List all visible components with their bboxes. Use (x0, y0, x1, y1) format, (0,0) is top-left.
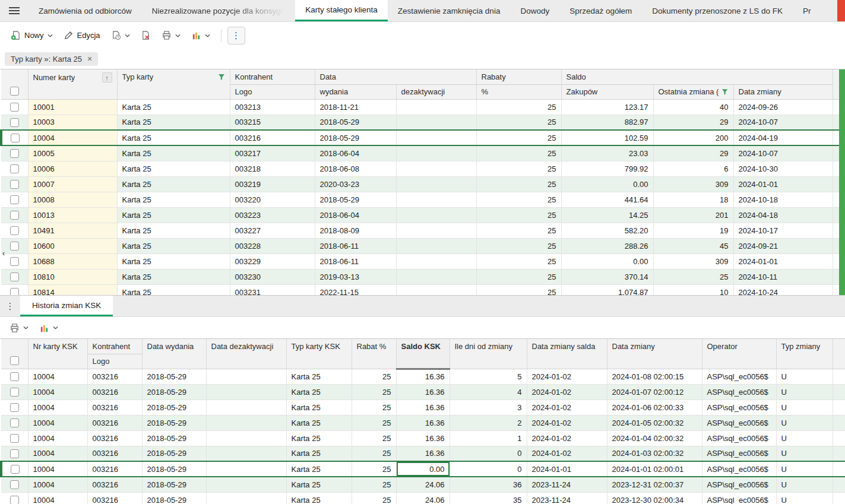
cell-ostatnia-zmiana-dni[interactable]: 309 (653, 176, 733, 192)
cell-data-zmiany[interactable]: 2024-10-07 (733, 145, 833, 161)
cell-typ-zmiany[interactable]: U (776, 492, 833, 504)
column-header-typ-karty-ksk[interactable]: Typ karty KSK (286, 339, 352, 369)
cell-data-wydania[interactable]: 2018-05-29 (142, 400, 206, 415)
cell-ile-dni-od-zmiany[interactable]: 36 (450, 477, 527, 492)
row-select-cell[interactable] (1, 130, 28, 145)
row-checkbox[interactable] (10, 149, 19, 158)
cell-typ-karty[interactable]: Karta 25 (117, 253, 230, 269)
column-header-data-zmiany[interactable]: Data zmiany (733, 84, 833, 99)
row-checkbox[interactable] (10, 242, 19, 251)
row-checkbox[interactable] (10, 288, 19, 295)
cell-saldo-ksk[interactable]: 16.36 (396, 430, 450, 446)
cell-data-wydania[interactable]: 2020-03-23 (315, 176, 396, 192)
cell-nr-karty-ksk[interactable]: 10004 (28, 415, 87, 430)
cell-data-zmiany[interactable]: 2024-10-24 (733, 284, 833, 295)
cell-data-wydania[interactable]: 2018-05-29 (142, 384, 206, 400)
cell-ostatnia-zmiana-dni[interactable]: 10 (653, 284, 733, 295)
cell-data-dezaktywacji[interactable] (396, 130, 476, 145)
column-header-saldo[interactable]: Saldo (561, 69, 833, 84)
cell-saldo-zakupow[interactable]: 582.20 (561, 223, 653, 238)
cell-data-wydania[interactable]: 2018-05-29 (142, 461, 206, 477)
edit-button[interactable]: Edycja (59, 27, 105, 43)
column-header-data-zmiany-salda[interactable]: Data zmiany salda (527, 339, 607, 369)
row-checkbox[interactable] (10, 403, 19, 412)
cell-typ-zmiany[interactable]: U (776, 384, 833, 400)
cell-data-zmiany-salda[interactable]: 2024-01-02 (527, 400, 607, 415)
cell-ile-dni-od-zmiany[interactable]: 0 (450, 461, 527, 477)
row-select-cell[interactable] (1, 415, 28, 430)
row-checkbox[interactable] (10, 103, 19, 112)
cell-kontrahent-logo[interactable]: 003220 (230, 192, 315, 207)
table-row[interactable]: 100040032162018-05-29Karta 252524.063520… (1, 492, 845, 504)
cell-rabat-procent[interactable]: 25 (352, 446, 396, 461)
cell-numer-karty[interactable]: 10600 (28, 238, 117, 253)
column-header-zakupow[interactable]: Zakupów (561, 84, 653, 99)
row-select-cell[interactable] (1, 161, 28, 176)
cell-ostatnia-zmiana-dni[interactable]: 25 (653, 269, 733, 284)
column-header-data[interactable]: Data (315, 69, 476, 84)
cell-data-wydania[interactable]: 2018-05-29 (315, 130, 396, 145)
tab-overflow-indicator[interactable] (837, 0, 845, 22)
cell-typ-karty[interactable]: Karta 25 (117, 176, 230, 192)
row-select-cell[interactable] (1, 223, 28, 238)
tab-dowody[interactable]: Dowody (510, 0, 559, 21)
cell-ostatnia-zmiana-dni[interactable]: 6 (653, 161, 733, 176)
table-row[interactable]: 100040032162018-05-29Karta 252516.360202… (1, 446, 845, 461)
table-row[interactable]: 10814Karta 250032312022-11-15251,074.871… (1, 284, 840, 295)
cell-rabat-procent[interactable]: 25 (352, 430, 396, 446)
cell-nr-karty-ksk[interactable]: 10004 (28, 430, 87, 446)
cell-rabat-procent[interactable]: 25 (476, 161, 561, 176)
cell-operator[interactable]: ASP\sql_ec0056$ (702, 400, 776, 415)
cell-ostatnia-zmiana-dni[interactable]: 29 (653, 145, 733, 161)
cell-data-wydania[interactable]: 2022-11-15 (315, 284, 396, 295)
cell-rabat-procent[interactable]: 25 (476, 130, 561, 145)
cell-data-zmiany[interactable]: 2024-01-07 02:00:12 (607, 384, 702, 400)
row-select-cell[interactable] (1, 446, 28, 461)
cell-ostatnia-zmiana-dni[interactable]: 29 (653, 115, 733, 130)
select-all-checkbox[interactable] (10, 356, 19, 365)
row-checkbox[interactable] (10, 180, 19, 189)
history-options-button[interactable]: ⋮ (0, 296, 20, 316)
menu-icon[interactable] (0, 0, 29, 21)
cell-ile-dni-od-zmiany[interactable]: 4 (450, 384, 527, 400)
cell-data-zmiany-salda[interactable]: 2024-01-01 (527, 461, 607, 477)
cell-data-wydania[interactable]: 2018-05-29 (142, 492, 206, 504)
cell-kontrahent-logo[interactable]: 003231 (230, 284, 315, 295)
cell-typ-karty[interactable]: Karta 25 (117, 130, 230, 145)
cell-data-zmiany[interactable]: 2024-01-01 (733, 253, 833, 269)
cell-data-dezaktywacji[interactable] (206, 369, 286, 384)
cell-saldo-zakupow[interactable]: 102.59 (561, 130, 653, 145)
filter-funnel-icon[interactable] (721, 88, 728, 96)
row-select-cell[interactable] (1, 176, 28, 192)
cell-rabat-procent[interactable]: 25 (476, 269, 561, 284)
cell-typ-zmiany[interactable]: U (776, 461, 833, 477)
cell-typ-karty-ksk[interactable]: Karta 25 (286, 415, 352, 430)
tab-historia-zmian-ksk[interactable]: Historia zmian KSK (20, 296, 113, 316)
cell-data-zmiany-salda[interactable]: 2023-11-24 (527, 492, 607, 504)
cell-data-zmiany[interactable]: 2024-10-17 (733, 223, 833, 238)
cell-typ-karty[interactable]: Karta 25 (117, 192, 230, 207)
cell-operator[interactable]: ASP\sql_ec0056$ (702, 430, 776, 446)
document-history-button[interactable] (106, 27, 135, 43)
cell-rabat-procent[interactable]: 25 (352, 400, 396, 415)
cell-numer-karty[interactable]: 10008 (28, 192, 117, 207)
row-checkbox[interactable] (10, 272, 19, 281)
column-header-data-dezaktywacji[interactable]: Data dezaktywacji (206, 339, 286, 369)
cell-rabat-procent[interactable]: 25 (476, 253, 561, 269)
cell-ostatnia-zmiana-dni[interactable]: 18 (653, 192, 733, 207)
close-icon[interactable]: × (87, 55, 92, 63)
cell-data-wydania[interactable]: 2018-05-29 (142, 446, 206, 461)
row-checkbox[interactable] (10, 480, 19, 489)
table-row[interactable]: 10005Karta 250032172018-06-042523.032920… (1, 145, 840, 161)
cell-data-dezaktywacji[interactable] (396, 115, 476, 130)
row-checkbox[interactable] (10, 211, 19, 220)
select-all-checkbox[interactable] (10, 87, 19, 96)
cell-data-wydania[interactable]: 2018-05-29 (315, 192, 396, 207)
cell-numer-karty[interactable]: 10007 (28, 176, 117, 192)
cell-saldo-zakupow[interactable]: 0.00 (561, 176, 653, 192)
cell-data-zmiany-salda[interactable]: 2023-11-24 (527, 477, 607, 492)
row-select-cell[interactable] (1, 430, 28, 446)
table-row[interactable]: 10491Karta 250032272018-08-0925582.20192… (1, 223, 840, 238)
cell-numer-karty[interactable]: 10001 (28, 99, 117, 115)
cell-nr-karty-ksk[interactable]: 10004 (28, 369, 87, 384)
